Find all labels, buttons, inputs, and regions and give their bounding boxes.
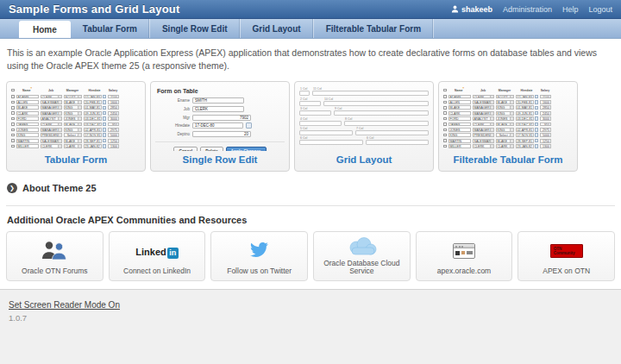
user-name: shakeeb — [461, 5, 492, 14]
name-field: FORD — [448, 116, 471, 121]
resource-label: APEX on OTN — [518, 267, 614, 280]
dropdown-icon — [510, 123, 513, 126]
otn-badge-line: Community — [554, 251, 580, 256]
tabular-form-link[interactable]: Tabular Form — [10, 151, 141, 169]
dropdown-icon — [58, 101, 61, 104]
resource-label: Follow us on Twitter — [211, 267, 307, 280]
form-field-row: Deptno20 — [155, 131, 285, 137]
app-header: Sample Forms and Grid Layout shakeeb Adm… — [0, 0, 621, 19]
resource-card-oracle-otn-forums[interactable]: Oracle OTN Forums — [6, 231, 104, 281]
name-field: JONES — [16, 128, 39, 132]
card-filterable-tabular-form[interactable]: Name*JobManagerHiredateSalaryADAMSCLERKS… — [438, 81, 578, 172]
hiredate-field: 03-DEC-81 — [84, 122, 102, 127]
hiredate-field: 01-MAY-81 — [516, 105, 534, 110]
row-checkbox — [443, 101, 447, 104]
form-field-row: Mgr7902 — [155, 115, 285, 121]
grid-field — [299, 140, 363, 145]
tab-grid-layout[interactable]: Grid Layout — [241, 19, 314, 38]
resource-card-oracle-database-cloud-service[interactable]: Oracle Database Cloud Service — [313, 231, 411, 281]
hiredate-field: 20-FEB-81 — [84, 100, 102, 104]
field-job: CLERK — [192, 106, 244, 112]
single-row-edit-link[interactable]: Single Row Edit — [154, 151, 285, 169]
salary-field: 1600 — [108, 100, 119, 104]
about-theme-toggle[interactable]: ❯ About Theme 25 — [7, 183, 614, 193]
form-field-row: Hiredate17-DEC-80 — [155, 122, 285, 129]
row-checkbox — [443, 117, 447, 121]
dropdown-icon — [510, 117, 513, 120]
tab-tabular-form[interactable]: Tabular Form — [71, 19, 150, 38]
tab-home[interactable]: Home — [19, 21, 71, 38]
hiredate-group: 17-NOV-81 — [516, 133, 539, 137]
card-tabular-form[interactable]: Name*JobManagerHiredateSalaryADAMSCLERKS… — [6, 81, 146, 172]
tab-bar: HomeTabular FormSingle Row EditGrid Layo… — [0, 19, 621, 39]
name-field: MARTIN — [448, 139, 471, 143]
header-link-help[interactable]: Help — [562, 5, 579, 14]
header-nav: AdministrationHelpLogout — [503, 5, 612, 14]
calendar-icon — [103, 144, 107, 148]
user-menu[interactable]: shakeeb — [451, 5, 492, 14]
mini-column-header: Hiredate — [84, 89, 106, 92]
row-checkbox — [443, 122, 447, 126]
linkedin-badge: in — [167, 248, 179, 259]
table-row: MARTINSALESMANBLAKE28-SEP-811250 — [11, 139, 141, 143]
screen-reader-link[interactable]: Set Screen Reader Mode On — [9, 300, 120, 310]
salary-field: 1300 — [108, 144, 119, 148]
salary-field: 3000 — [108, 116, 119, 121]
tab-single-row-edit[interactable]: Single Row Edit — [150, 19, 241, 38]
hiredate-field: 03-DEC-81 — [84, 116, 102, 121]
grid-layout-link[interactable]: Grid Layout — [298, 151, 430, 169]
user-icon — [451, 5, 459, 13]
job-select: MANAGER — [41, 105, 62, 110]
resource-card-connect-on-linkedin[interactable]: LinkedinConnect on LinkedIn — [109, 231, 206, 281]
row-checkbox — [443, 106, 447, 110]
hiredate-group: 20-FEB-81 — [516, 100, 539, 104]
tab-filterable-tabular-form[interactable]: Filterable Tabular Form — [314, 19, 434, 38]
grid-field — [366, 140, 429, 145]
field-label: Hiredate — [167, 123, 190, 128]
calendar-icon — [535, 116, 539, 121]
manager-select: CLARK — [64, 144, 82, 148]
hiredate-group: 12-JAN-83 — [516, 95, 539, 99]
mini-column-header: Manager — [496, 89, 514, 92]
hiredate-group: 12-JAN-83 — [84, 95, 107, 99]
hiredate-group: 01-MAY-81 — [516, 105, 539, 110]
table-row: JONESMANAGERKING02-APR-812975 — [11, 128, 141, 132]
field-label: Job — [167, 107, 190, 111]
resource-card-apex-on-otn[interactable]: OTNCommunityAPEX on OTN — [518, 231, 615, 281]
name-field: ADAMS — [16, 95, 39, 99]
dropdown-icon — [490, 134, 493, 136]
table-row: BLAKEMANAGERKING01-MAY-812850 — [443, 105, 573, 110]
grid-field — [323, 101, 429, 106]
table-row: ADAMSCLERKSCOTT12-JAN-831100 — [443, 95, 573, 99]
salary-field: 1300 — [540, 144, 551, 148]
row-checkbox — [443, 134, 447, 137]
resource-icon-wrap — [7, 232, 103, 267]
single-row-edit-thumbnail: Form on Table EnameSMITHJobCLERKMgr7902H… — [154, 85, 285, 151]
table-row: MILLERCLERKCLARK23-JAN-821300 — [443, 144, 573, 148]
resource-card-apex-oracle-com[interactable]: apex.oracle.com — [416, 231, 513, 281]
hiredate-group: 02-APR-81 — [84, 128, 107, 132]
resource-card-follow-us-on-twitter[interactable]: Follow us on Twitter — [210, 231, 308, 281]
table-row: MILLERCLERKCLARK23-JAN-821300 — [11, 144, 141, 148]
header-link-administration[interactable]: Administration — [503, 5, 552, 14]
table-row: ALLENSALESMANBLAKE20-FEB-811600 — [11, 100, 141, 104]
hiredate-field: 17-NOV-81 — [84, 133, 102, 137]
calendar-icon — [103, 133, 107, 137]
filterable-tabular-form-link[interactable]: Filterable Tabular Form — [442, 151, 574, 169]
name-field: FORD — [16, 116, 39, 121]
field-label: Ename — [167, 98, 190, 103]
manager-select: BLAKE — [64, 100, 82, 104]
card-single-row-edit[interactable]: Form on Table EnameSMITHJobCLERKMgr7902H… — [150, 81, 290, 172]
mini-table-header: Name*JobManagerHiredateSalary — [443, 87, 573, 92]
section-divider — [6, 205, 615, 206]
header-link-logout[interactable]: Logout — [588, 5, 612, 14]
manager-select: BLAKE — [496, 139, 514, 143]
manager-select: CLARK — [496, 144, 514, 148]
required-marker: * — [463, 87, 464, 91]
calendar-icon — [535, 139, 539, 143]
mini-column-header: Name* — [448, 87, 471, 92]
manager-select: - Select - — [64, 133, 82, 137]
card-grid-layout[interactable]: 1 Col11 Col2 Col10 Col3 Col9 Col4 Col8 C… — [294, 81, 434, 172]
select-all-checkbox — [443, 89, 447, 92]
name-field: JAMES — [448, 122, 471, 127]
